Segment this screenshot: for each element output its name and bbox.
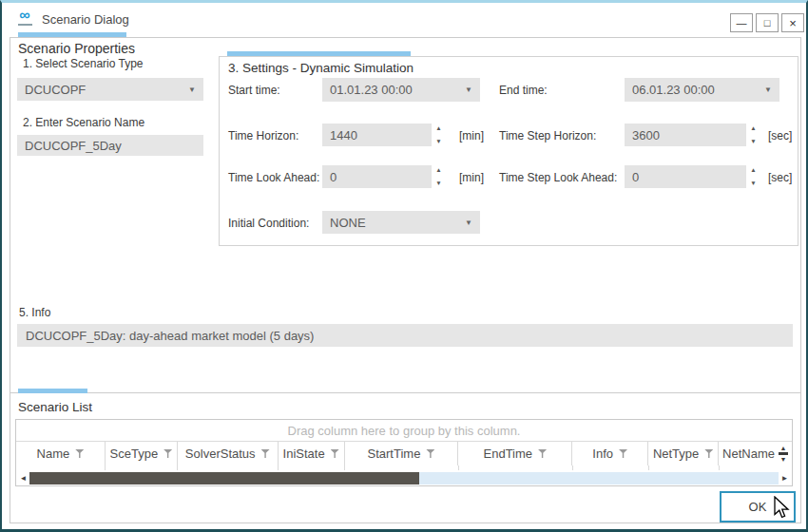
section-title-scenario-list: Scenario List <box>18 400 92 414</box>
scroll-left-icon: ◄ <box>20 474 28 483</box>
grid-stub-row <box>16 466 792 470</box>
grid-scroll-grip[interactable] <box>779 452 788 455</box>
info-field[interactable]: DCUCOPF_5Day: day-ahead market model (5 … <box>17 324 793 347</box>
column-label: EndTime <box>484 446 533 461</box>
filter-icon[interactable] <box>331 449 339 458</box>
end-time-value: 06.01.23 00:00 <box>632 83 760 97</box>
time-step-horizon-spinner[interactable]: 3600 ▲ ▼ <box>625 124 760 146</box>
spin-up-icon[interactable]: ▲ <box>435 167 441 173</box>
grid-vertical-scroller: ▲ ▼ <box>775 442 792 466</box>
chevron-down-icon: ▼ <box>764 86 772 94</box>
close-button[interactable]: × <box>781 13 804 32</box>
spin-down-icon[interactable]: ▼ <box>435 139 441 144</box>
end-time-select[interactable]: 06.01.23 00:00 ▼ <box>625 78 779 102</box>
column-label: Info <box>592 446 613 461</box>
initial-condition-value: NONE <box>330 216 461 230</box>
minimize-icon: — <box>737 17 747 28</box>
time-step-horizon-value[interactable]: 3600 <box>625 124 746 146</box>
spin-down-icon[interactable]: ▼ <box>435 180 441 186</box>
filter-icon[interactable] <box>704 449 713 458</box>
maximize-button[interactable]: □ <box>756 13 779 32</box>
spin-down-icon[interactable]: ▼ <box>750 139 756 144</box>
scenario-dialog-window: ∞ Scenario Dialog — □ × Scenario Propert… <box>0 0 808 532</box>
grid-header-row: Name SceType SolverStatus IniState Start… <box>16 442 792 466</box>
filter-icon[interactable] <box>75 449 84 458</box>
chevron-down-icon: ▼ <box>465 86 472 94</box>
initial-condition-select[interactable]: NONE ▼ <box>322 211 480 234</box>
spin-up-icon[interactable]: ▲ <box>435 125 441 131</box>
spin-down-icon[interactable]: ▼ <box>750 180 756 186</box>
column-label: StartTime <box>368 446 421 461</box>
grid-scroll-up-icon[interactable]: ▲ <box>780 445 787 451</box>
scenario-type-label: 1. Select Scenario Type <box>23 57 144 70</box>
stub-cell <box>573 466 649 470</box>
column-header-endtime[interactable]: EndTime <box>458 442 572 466</box>
spinner-arrows: ▲ ▼ <box>432 124 446 146</box>
section-divider <box>10 392 801 393</box>
time-look-ahead-value[interactable]: 0 <box>322 165 432 188</box>
stub-cell <box>279 466 345 470</box>
time-look-ahead-label: Time Look Ahead: <box>228 171 319 184</box>
time-step-look-ahead-unit: [sec] <box>768 171 792 184</box>
time-step-look-ahead-spinner[interactable]: 0 ▲ ▼ <box>625 165 760 188</box>
logo-subtext <box>18 24 32 26</box>
column-label: SceType <box>110 446 159 461</box>
filter-icon[interactable] <box>261 449 270 458</box>
tab-indicator-settings <box>227 51 411 56</box>
spinner-arrows: ▲ ▼ <box>432 165 446 188</box>
scrollbar-track[interactable] <box>29 472 779 484</box>
filter-icon[interactable] <box>426 449 434 458</box>
stub-cell <box>106 466 178 470</box>
time-step-look-ahead-value[interactable]: 0 <box>625 165 746 188</box>
filter-icon[interactable] <box>538 449 547 458</box>
column-header-starttime[interactable]: StartTime <box>345 442 459 466</box>
grid-scroll-down-icon[interactable]: ▼ <box>780 456 787 463</box>
spin-up-icon[interactable]: ▲ <box>750 125 756 131</box>
scenario-name-label: 2. Enter Scenario Name <box>23 116 144 129</box>
time-step-look-ahead-label: Time Step Look Ahead: <box>499 171 617 184</box>
column-header-inistate[interactable]: IniState <box>279 442 345 466</box>
scroll-left-button[interactable]: ◄ <box>17 474 29 483</box>
column-header-scetype[interactable]: SceType <box>106 442 178 466</box>
column-label: IniState <box>283 446 325 461</box>
chevron-down-icon: ▼ <box>465 218 472 227</box>
info-label: 5. Info <box>19 306 50 319</box>
tab-indicator-scenario-list <box>18 389 87 393</box>
window-title: Scenario Dialog <box>42 12 129 27</box>
stub-cell <box>16 466 106 470</box>
time-horizon-value[interactable]: 1440 <box>322 124 432 146</box>
time-horizon-spinner[interactable]: 1440 ▲ ▼ <box>322 124 446 146</box>
start-time-value: 01.01.23 00:00 <box>330 83 461 97</box>
time-step-horizon-unit: [sec] <box>768 129 792 142</box>
group-by-dropzone[interactable]: Drag column here to group by this column… <box>16 420 792 442</box>
close-icon: × <box>789 16 797 30</box>
scenario-name-input[interactable]: DCUCOPF_5Day <box>17 135 203 156</box>
column-header-solverstatus[interactable]: SolverStatus <box>178 442 279 466</box>
start-time-label: Start time: <box>228 84 280 97</box>
column-header-info[interactable]: Info <box>572 442 648 466</box>
column-header-nettype[interactable]: NetType <box>648 442 719 466</box>
column-header-netname[interactable]: NetName <box>719 442 775 466</box>
section-title-settings: 3. Settings - Dynamic Simulation <box>228 61 414 75</box>
time-look-ahead-spinner[interactable]: 0 ▲ ▼ <box>322 165 446 188</box>
end-time-label: End time: <box>499 84 548 97</box>
stub-cell <box>178 466 279 470</box>
column-header-name[interactable]: Name <box>16 442 106 466</box>
scenario-grid: Drag column here to group by this column… <box>15 419 793 486</box>
spin-up-icon[interactable]: ▲ <box>750 167 756 173</box>
horizontal-scrollbar[interactable]: ◄ ► <box>16 470 792 486</box>
start-time-select[interactable]: 01.01.23 00:00 ▼ <box>322 78 480 102</box>
time-step-horizon-label: Time Step Horizon: <box>499 129 596 142</box>
time-look-ahead-unit: [min] <box>459 171 484 184</box>
column-label: Name <box>37 446 70 461</box>
minimize-button[interactable]: — <box>730 13 753 32</box>
time-horizon-label: Time Horizon: <box>228 129 298 142</box>
section-title-scenario-properties: Scenario Properties <box>18 41 135 56</box>
scroll-right-button[interactable]: ► <box>779 474 791 483</box>
filter-icon[interactable] <box>164 449 172 458</box>
filter-icon[interactable] <box>619 449 627 458</box>
stub-cell <box>459 466 573 470</box>
scrollbar-thumb[interactable] <box>29 472 419 484</box>
scenario-type-select[interactable]: DCUCOPF ▼ <box>17 78 203 101</box>
stub-cell <box>649 466 720 470</box>
